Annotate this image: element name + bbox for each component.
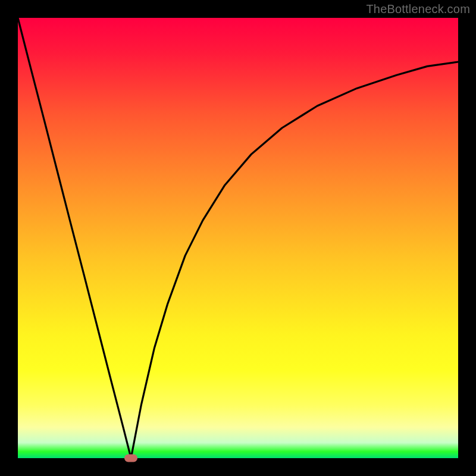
curve-svg bbox=[18, 18, 458, 458]
plot-area bbox=[18, 18, 458, 458]
curve-path bbox=[18, 18, 458, 458]
optimum-marker bbox=[124, 455, 137, 462]
chart-frame: TheBottleneck.com bbox=[0, 0, 476, 476]
watermark-text: TheBottleneck.com bbox=[366, 2, 470, 16]
